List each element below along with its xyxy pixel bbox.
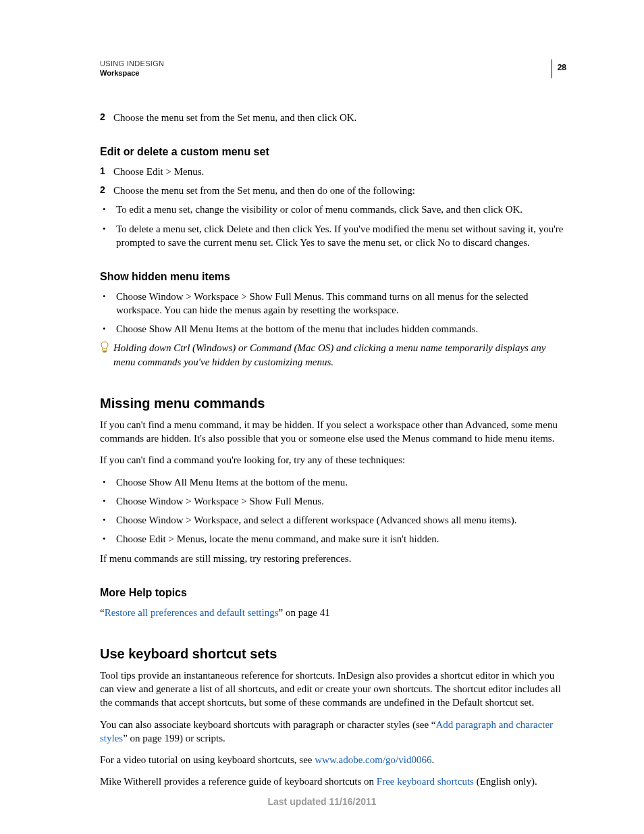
- step-number: 2: [100, 111, 113, 124]
- bullet-text: Choose Show All Menu Items at the bottom…: [116, 475, 566, 489]
- bullet-text: To edit a menu set, change the visibilit…: [116, 203, 566, 216]
- bullet-text: Choose Window > Workspace > Show Full Me…: [116, 290, 566, 317]
- step-number: 2: [100, 184, 113, 197]
- step-item: 2 Choose the menu set from the Set menu,…: [100, 184, 566, 197]
- bullet-item: • Choose Show All Menu Items at the bott…: [100, 475, 566, 489]
- paragraph: If you can't find a command you're looki…: [100, 453, 566, 467]
- bullet-icon: •: [100, 532, 116, 546]
- bullet-item: • To edit a menu set, change the visibil…: [100, 203, 566, 216]
- svg-point-0: [101, 342, 108, 348]
- bullet-item: • To delete a menu set, click Delete and…: [100, 222, 566, 250]
- quote-close-and-page: ” on page 41: [278, 607, 329, 618]
- heading-missing-commands: Missing menu commands: [100, 394, 566, 413]
- step-number: 1: [100, 165, 113, 178]
- step-text: Choose the menu set from the Set menu, a…: [113, 184, 566, 197]
- heading-edit-delete: Edit or delete a custom menu set: [100, 145, 566, 159]
- bullet-item: • Choose Window > Workspace > Show Full …: [100, 494, 566, 508]
- paragraph: For a video tutorial on using keyboard s…: [100, 753, 566, 766]
- step-text: Choose the menu set from the Set menu, a…: [113, 111, 566, 124]
- bullet-icon: •: [100, 290, 116, 317]
- bullet-item: • Choose Edit > Menus, locate the menu c…: [100, 532, 566, 546]
- heading-more-help: More Help topics: [100, 585, 566, 600]
- paragraph: Mike Witherell provides a reference guid…: [100, 775, 566, 788]
- bullet-text: Choose Edit > Menus, locate the menu com…: [116, 532, 566, 546]
- paragraph: If you can't find a menu command, it may…: [100, 418, 566, 446]
- bullet-icon: •: [100, 475, 116, 489]
- bullet-icon: •: [100, 222, 116, 250]
- bullet-icon: •: [100, 513, 116, 527]
- bullet-icon: •: [100, 494, 116, 508]
- bullet-text: Choose Window > Workspace > Show Full Me…: [116, 494, 566, 508]
- header-doc-title: USING INDESIGN: [100, 59, 566, 68]
- text-segment: .: [431, 754, 434, 765]
- bullet-text: Choose Window > Workspace, and select a …: [116, 513, 566, 527]
- text-segment: You can also associate keyboard shortcut…: [100, 719, 435, 730]
- header-section: Workspace: [100, 69, 566, 77]
- text-segment: (English only).: [474, 776, 537, 787]
- link-free-shortcuts[interactable]: Free keyboard shortcuts: [377, 776, 474, 787]
- bullet-item: • Choose Window > Workspace, and select …: [100, 513, 566, 527]
- page-header: USING INDESIGN Workspace 28: [100, 59, 566, 77]
- bullet-icon: •: [100, 203, 116, 216]
- text-segment: ” on page 199) or scripts.: [123, 733, 225, 744]
- bullet-text: To delete a menu set, click Delete and t…: [116, 222, 566, 250]
- page-number: 28: [552, 59, 566, 78]
- paragraph: Tool tips provide an instantaneous refer…: [100, 669, 566, 710]
- page-footer: Last updated 11/16/2011: [0, 796, 644, 807]
- page: USING INDESIGN Workspace 28 2 Choose the…: [0, 0, 644, 834]
- bullet-icon: •: [100, 322, 116, 336]
- content: 2 Choose the menu set from the Set menu,…: [100, 111, 566, 789]
- text-segment: Mike Witherell provides a reference guid…: [100, 776, 377, 787]
- more-help-line: “Restore all preferences and default set…: [100, 606, 566, 619]
- paragraph: You can also associate keyboard shortcut…: [100, 718, 566, 746]
- paragraph: If menu commands are still missing, try …: [100, 552, 566, 565]
- heading-show-hidden: Show hidden menu items: [100, 269, 566, 284]
- tip-text: Holding down Ctrl (Windows) or Command (…: [113, 341, 566, 369]
- bullet-item: • Choose Window > Workspace > Show Full …: [100, 290, 566, 317]
- link-video-tutorial[interactable]: www.adobe.com/go/vid0066: [315, 754, 431, 765]
- quote-open: “: [100, 607, 105, 618]
- tip-block: Holding down Ctrl (Windows) or Command (…: [100, 341, 566, 369]
- step-text: Choose Edit > Menus.: [113, 165, 566, 178]
- lightbulb-icon: [100, 341, 113, 369]
- step-item: 2 Choose the menu set from the Set menu,…: [100, 111, 566, 124]
- link-restore-preferences[interactable]: Restore all preferences and default sett…: [105, 607, 279, 618]
- header-left: USING INDESIGN Workspace: [100, 59, 566, 77]
- heading-keyboard-shortcuts: Use keyboard shortcut sets: [100, 645, 566, 663]
- step-item: 1 Choose Edit > Menus.: [100, 165, 566, 178]
- bullet-text: Choose Show All Menu Items at the bottom…: [116, 322, 566, 336]
- text-segment: For a video tutorial on using keyboard s…: [100, 754, 315, 765]
- bullet-item: • Choose Show All Menu Items at the bott…: [100, 322, 566, 336]
